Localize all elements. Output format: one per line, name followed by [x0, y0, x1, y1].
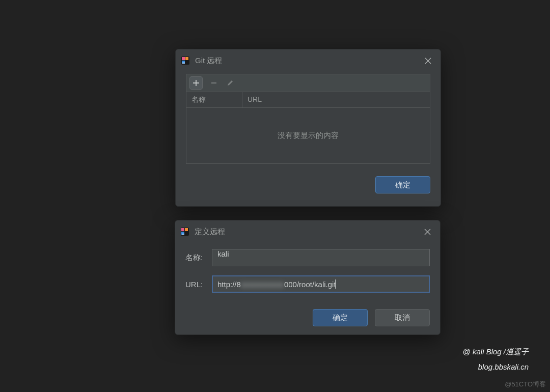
table-empty-message: 没有要显示的内容 [186, 108, 430, 164]
svg-rect-4 [182, 63, 185, 64]
titlebar: Git 远程 [176, 49, 441, 72]
remove-button[interactable] [209, 78, 219, 88]
intellij-icon [181, 56, 190, 65]
credits: @ kali Blog /逍遥子 blog.bbskali.cn [463, 344, 529, 375]
svg-rect-7 [185, 228, 188, 231]
dialog-body: 名称 URL 没有要显示的内容 [176, 72, 441, 169]
name-input[interactable]: kali [212, 249, 430, 266]
intellij-icon [180, 227, 189, 236]
name-label: 名称: [185, 253, 212, 263]
url-label: URL: [185, 280, 212, 289]
titlebar: 定义远程 [175, 220, 440, 243]
text-caret [335, 279, 336, 289]
credits-line-1: @ kali Blog /逍遥子 [463, 344, 529, 359]
close-button[interactable] [421, 225, 434, 238]
table-header: 名称 URL [186, 92, 430, 108]
svg-rect-6 [181, 228, 184, 231]
svg-rect-1 [182, 57, 185, 60]
svg-rect-9 [182, 234, 184, 235]
dialog-title: 定义远程 [195, 227, 225, 237]
cancel-button[interactable]: 取消 [375, 309, 430, 326]
url-value-obscured: xxxxxxxxxx [241, 280, 284, 289]
credits-line-2: blog.bbskali.cn [463, 359, 529, 375]
edit-button[interactable] [225, 78, 235, 88]
watermark: @51CTO博客 [505, 380, 546, 389]
ok-button[interactable]: 确定 [375, 176, 430, 193]
dialog-footer: 确定 取消 [175, 302, 440, 326]
name-value: kali [217, 249, 229, 258]
git-remotes-dialog: Git 远程 名称 URL 没有要显示的内容 确定 [175, 49, 441, 207]
name-row: 名称: kali [185, 249, 430, 266]
toolbar [186, 74, 430, 92]
url-input[interactable]: http://8xxxxxxxxxx000/root/kali.git [212, 275, 430, 293]
col-name[interactable]: 名称 [186, 92, 242, 107]
ok-button[interactable]: 确定 [313, 309, 368, 326]
dialog-body: 名称: kali URL: http://8xxxxxxxxxx000/root… [175, 243, 440, 293]
col-url[interactable]: URL [242, 92, 430, 107]
url-value-prefix: http://8 [217, 280, 241, 289]
svg-rect-2 [185, 57, 188, 60]
dialog-footer: 确定 [176, 169, 441, 193]
close-button[interactable] [421, 54, 434, 67]
add-button[interactable] [189, 76, 203, 90]
url-value-suffix: 000/root/kali.git [284, 280, 336, 289]
dialog-title: Git 远程 [195, 56, 222, 66]
url-row: URL: http://8xxxxxxxxxx000/root/kali.git [185, 275, 430, 293]
define-remote-dialog: 定义远程 名称: kali URL: http://8xxxxxxxxxx000… [175, 220, 441, 335]
